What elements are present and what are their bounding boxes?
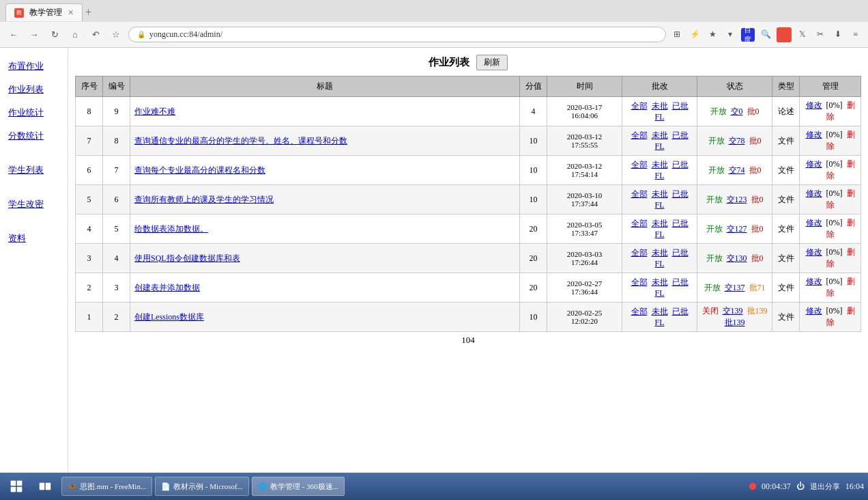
status-extra-link[interactable]: 批139 bbox=[725, 318, 745, 327]
title-link[interactable]: 查询每个专业最高分的课程名和分数 bbox=[134, 165, 265, 175]
status-sub-link[interactable]: 交78 bbox=[729, 136, 745, 145]
manage-edit-link[interactable]: 修改 bbox=[806, 130, 822, 139]
review-done-link[interactable]: 已批 bbox=[672, 248, 689, 258]
title-link[interactable]: 创建Lessions数据库 bbox=[134, 312, 204, 322]
review-fl-link[interactable]: FL bbox=[654, 230, 664, 239]
lightning-icon[interactable]: ⚡ bbox=[688, 28, 701, 42]
title-link[interactable]: 创建表并添加数据 bbox=[134, 283, 200, 292]
taskbar-btn-browser[interactable]: 🌐 教学管理 - 360极速... bbox=[252, 477, 345, 496]
manage-edit-link[interactable]: 修改 bbox=[806, 277, 822, 286]
review-fl-link[interactable]: FL bbox=[654, 318, 664, 327]
review-done-link[interactable]: 已批 bbox=[672, 277, 689, 287]
forward-btn[interactable]: → bbox=[26, 27, 42, 43]
review-un-link[interactable]: 未批 bbox=[652, 189, 668, 199]
status-open[interactable]: 开放 bbox=[708, 136, 725, 145]
review-fl-link[interactable]: FL bbox=[654, 112, 664, 122]
reload-btn[interactable]: ↻ bbox=[46, 27, 63, 43]
review-all-link[interactable]: 全部 bbox=[631, 160, 648, 169]
star-icon[interactable]: ★ bbox=[706, 28, 719, 42]
review-un-link[interactable]: 未批 bbox=[652, 130, 668, 140]
review-all-link[interactable]: 全部 bbox=[631, 307, 648, 316]
review-fl-link[interactable]: FL bbox=[654, 200, 664, 210]
sidebar-item-score[interactable]: 分数统计 bbox=[0, 124, 68, 148]
review-done-link[interactable]: 已批 bbox=[672, 130, 689, 140]
title-link[interactable]: 作业难不难 bbox=[134, 107, 175, 116]
manage-edit-link[interactable]: 修改 bbox=[806, 218, 822, 227]
status-grade-link[interactable]: 批0 bbox=[751, 195, 764, 204]
review-un-link[interactable]: 未批 bbox=[652, 101, 668, 111]
taskbar-btn-word[interactable]: 📄 教材示例 - Microsof... bbox=[155, 477, 249, 496]
status-grade-link[interactable]: 批139 bbox=[747, 306, 768, 316]
status-open[interactable]: 开放 bbox=[710, 107, 727, 116]
review-un-link[interactable]: 未批 bbox=[652, 277, 668, 287]
status-sub-link[interactable]: 交130 bbox=[727, 253, 747, 263]
bookmark-btn[interactable]: ☆ bbox=[108, 27, 124, 43]
refresh-button[interactable]: 刷新 bbox=[476, 55, 508, 70]
review-all-link[interactable]: 全部 bbox=[631, 189, 648, 199]
review-done-link[interactable]: 已批 bbox=[672, 219, 689, 228]
status-grade-link[interactable]: 批0 bbox=[749, 136, 762, 145]
manage-edit-link[interactable]: 修改 bbox=[806, 247, 822, 257]
manage-edit-link[interactable]: 修改 bbox=[806, 306, 822, 316]
review-fl-link[interactable]: FL bbox=[654, 141, 664, 151]
download-icon[interactable]: ⬇ bbox=[831, 28, 845, 42]
sidebar-item-students[interactable]: 学生列表 bbox=[0, 158, 68, 182]
review-fl-link[interactable]: FL bbox=[654, 288, 664, 298]
review-all-link[interactable]: 全部 bbox=[631, 101, 648, 111]
status-sub-link[interactable]: 交123 bbox=[727, 195, 747, 204]
sidebar-item-stats[interactable]: 作业统计 bbox=[0, 101, 68, 124]
extensions-icon[interactable]: ⊞ bbox=[670, 28, 684, 42]
review-fl-link[interactable]: FL bbox=[654, 259, 664, 268]
status-open[interactable]: 开放 bbox=[704, 283, 721, 292]
status-open[interactable]: 开放 bbox=[706, 224, 723, 234]
sidebar-item-passwd[interactable]: 学生改密 bbox=[0, 193, 68, 216]
home-btn[interactable]: ⌂ bbox=[67, 27, 83, 43]
review-all-link[interactable]: 全部 bbox=[631, 130, 648, 140]
dropdown-icon[interactable]: ▾ bbox=[723, 28, 737, 42]
tab-close-btn[interactable]: ✕ bbox=[68, 8, 74, 17]
baidu-search[interactable]: 百度 bbox=[741, 28, 755, 42]
status-grade-link[interactable]: 批0 bbox=[751, 224, 764, 234]
prev-btn[interactable]: ↶ bbox=[87, 27, 104, 43]
review-done-link[interactable]: 已批 bbox=[672, 101, 689, 111]
title-link[interactable]: 使用SQL指令创建数据库和表 bbox=[134, 253, 240, 263]
status-open[interactable]: 开放 bbox=[706, 195, 723, 204]
status-grade-link[interactable]: 批0 bbox=[747, 107, 760, 116]
task-view-btn[interactable] bbox=[31, 476, 59, 497]
review-fl-link[interactable]: FL bbox=[654, 171, 664, 180]
review-done-link[interactable]: 已批 bbox=[672, 307, 689, 316]
menu-icon[interactable]: ≡ bbox=[849, 28, 863, 42]
sidebar-item-data[interactable]: 资料 bbox=[0, 227, 68, 250]
sidebar-item-list[interactable]: 作业列表 bbox=[0, 78, 68, 101]
review-done-link[interactable]: 已批 bbox=[672, 189, 689, 199]
review-all-link[interactable]: 全部 bbox=[631, 277, 648, 287]
status-sub-link[interactable]: 交139 bbox=[723, 306, 743, 316]
address-bar[interactable]: 🔒 yongcun.cc:84/admin/ bbox=[128, 27, 666, 42]
addon-icon2[interactable]: 𝕏 bbox=[796, 28, 809, 42]
status-grade-link[interactable]: 批71 bbox=[749, 283, 766, 292]
status-grade-link[interactable]: 批0 bbox=[749, 165, 762, 175]
new-tab-btn[interactable]: + bbox=[85, 6, 91, 18]
title-link[interactable]: 给数据表添加数据。 bbox=[134, 224, 208, 234]
review-un-link[interactable]: 未批 bbox=[652, 219, 668, 228]
review-un-link[interactable]: 未批 bbox=[652, 160, 668, 169]
status-open[interactable]: 关闭 bbox=[702, 306, 719, 316]
back-btn[interactable]: ← bbox=[5, 27, 22, 43]
active-tab[interactable]: 教 教学管理 ✕ bbox=[5, 3, 83, 21]
search-btn[interactable]: 🔍 bbox=[759, 28, 772, 42]
review-all-link[interactable]: 全部 bbox=[631, 248, 648, 258]
review-all-link[interactable]: 全部 bbox=[631, 219, 648, 228]
status-grade-link[interactable]: 批0 bbox=[751, 253, 764, 263]
manage-edit-link[interactable]: 修改 bbox=[806, 189, 822, 198]
start-button[interactable] bbox=[4, 476, 29, 497]
addon-icon3[interactable]: ✂ bbox=[813, 28, 827, 42]
status-open[interactable]: 开放 bbox=[706, 253, 723, 263]
status-sub-link[interactable]: 交137 bbox=[725, 283, 745, 292]
exit-share-btn[interactable]: 退出分享 bbox=[810, 482, 840, 492]
review-un-link[interactable]: 未批 bbox=[652, 307, 668, 316]
addon-icon1[interactable] bbox=[777, 27, 792, 42]
review-un-link[interactable]: 未批 bbox=[652, 248, 668, 258]
review-done-link[interactable]: 已批 bbox=[672, 160, 689, 169]
status-open[interactable]: 开放 bbox=[708, 165, 725, 175]
status-sub-link[interactable]: 交127 bbox=[727, 224, 747, 234]
